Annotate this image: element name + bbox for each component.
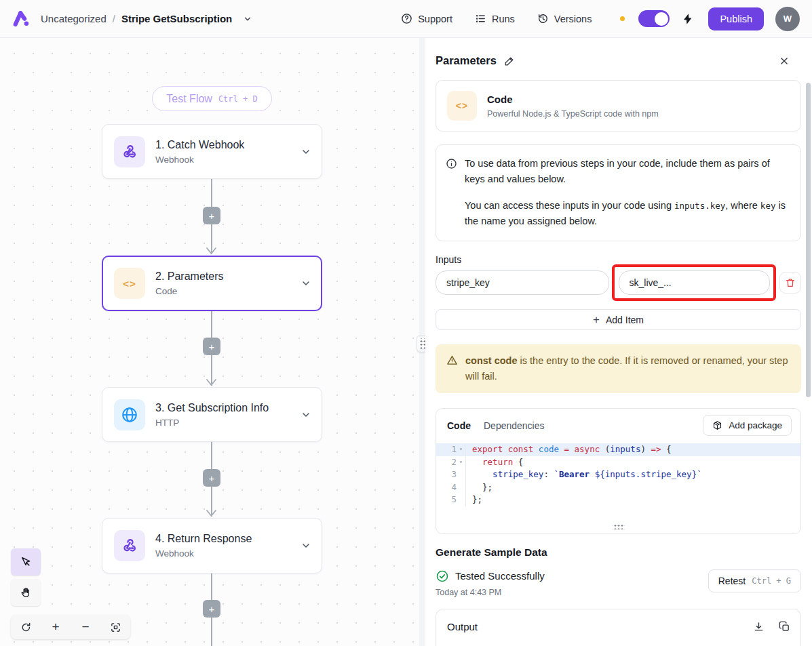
support-button[interactable]: Support (401, 13, 452, 24)
copy-icon (779, 621, 790, 632)
fit-view-button[interactable] (100, 615, 130, 639)
add-step-button[interactable]: + (203, 207, 220, 224)
chevron-down-icon[interactable] (301, 146, 311, 157)
check-circle-icon (436, 569, 449, 583)
inputs-help-card: To use data from previous steps in your … (436, 144, 801, 241)
flow-enabled-toggle[interactable] (638, 10, 670, 27)
pan-tool-button[interactable] (11, 579, 41, 606)
chevron-down-icon[interactable] (301, 278, 311, 289)
select-tool-button[interactable] (11, 548, 41, 576)
step-subtitle: HTTP (155, 418, 269, 428)
versions-button[interactable]: Versions (537, 13, 592, 24)
arrow-down-icon (206, 247, 217, 255)
add-item-button[interactable]: + Add Item (436, 309, 801, 330)
code-line[interactable]: 1▾export const code = async (inputs) => … (436, 443, 800, 456)
chevron-down-icon[interactable] (301, 540, 311, 551)
step-card-return-response[interactable]: 4. Return Response Webhook (102, 518, 322, 573)
chevron-down-icon[interactable] (301, 409, 311, 420)
close-panel-icon[interactable] (779, 56, 789, 66)
panel-resize-divider[interactable] (419, 38, 425, 646)
step-card-parameters[interactable]: <> 2. Parameters Code (102, 256, 322, 311)
hand-icon (20, 586, 32, 599)
code-editor-card: Code Dependencies Add package 1▾export c… (436, 408, 801, 534)
output-title: Output (447, 621, 478, 632)
code-icon: <> (114, 268, 145, 299)
help-paragraph-2: You can access these inputs in your code… (465, 198, 788, 229)
step-title: 4. Return Response (155, 533, 252, 545)
runs-list-icon (475, 13, 486, 24)
inputs-label: Inputs (436, 254, 801, 265)
test-status-time: Today at 4:43 PM (436, 588, 545, 597)
const-code-warning: const code is the entry to the code. If … (436, 344, 801, 393)
activepieces-logo-icon[interactable] (12, 9, 31, 28)
test-status-row: Tested Successfully Today at 4:43 PM Ret… (436, 569, 801, 597)
add-step-button[interactable]: + (203, 338, 220, 355)
code-icon: <> (447, 91, 477, 121)
fit-view-icon (110, 622, 121, 633)
publish-button[interactable]: Publish (708, 7, 764, 31)
top-header: Uncategorized / Stripe GetSubscription S… (0, 0, 812, 38)
breadcrumb-folder[interactable]: Uncategorized (41, 13, 107, 24)
cursor-icon (20, 556, 32, 568)
add-step-button[interactable]: + (203, 600, 220, 618)
versions-history-icon (537, 13, 549, 24)
add-item-label: Add Item (606, 315, 644, 325)
download-icon (753, 621, 765, 632)
code-line[interactable]: 5}; (436, 493, 800, 506)
piece-description: Powerful Node.js & TypeScript code with … (487, 109, 659, 119)
code-line[interactable]: 2▾ return { (436, 456, 800, 469)
generate-sample-data-title: Generate Sample Data (436, 546, 801, 559)
canvas-tools-vertical (11, 548, 41, 606)
input-key-field[interactable] (436, 270, 609, 295)
zoom-in-button[interactable]: + (41, 615, 71, 639)
step-title: 1. Catch Webhook (155, 139, 244, 151)
reset-view-button[interactable] (11, 615, 41, 639)
test-status-text: Tested Successfully (455, 570, 545, 582)
question-circle-icon (401, 13, 412, 24)
plus-icon: + (593, 314, 600, 325)
step-subtitle: Webhook (155, 548, 252, 559)
warning-text: const code is the entry to the code. If … (465, 353, 790, 384)
rename-step-pencil-icon[interactable] (504, 56, 515, 66)
copy-output-button[interactable] (779, 621, 790, 632)
input-value-field[interactable] (619, 270, 771, 295)
add-package-button[interactable]: Add package (703, 415, 792, 436)
main-area: Test Flow Ctrl + D + + + + (0, 38, 812, 646)
tab-dependencies[interactable]: Dependencies (484, 420, 545, 431)
flow-canvas[interactable]: Test Flow Ctrl + D + + + + (0, 38, 419, 646)
step-card-catch-webhook[interactable]: 1. Catch Webhook Webhook (102, 124, 322, 179)
piece-info-card: <> Code Powerful Node.js & TypeScript co… (436, 80, 801, 132)
webhook-icon (114, 530, 145, 561)
runs-button[interactable]: Runs (475, 13, 515, 24)
flow-menu-chevron-icon[interactable] (243, 14, 252, 24)
zoom-out-button[interactable]: − (71, 615, 100, 639)
refresh-icon (20, 622, 32, 633)
info-circle-icon (446, 158, 457, 229)
user-avatar[interactable]: W (775, 7, 800, 31)
code-line[interactable]: 3 stripe_key: `Bearer ${inputs.stripe_ke… (436, 468, 800, 481)
flow-builder-app: Uncategorized / Stripe GetSubscription S… (0, 0, 812, 646)
delete-input-button[interactable] (779, 272, 801, 294)
code-line[interactable]: 4 }; (436, 481, 800, 494)
draft-status-dot (620, 16, 625, 21)
parameters-panel: Parameters <> Code Powerful Node.js & Ty… (425, 38, 812, 646)
breadcrumb: Uncategorized / Stripe GetSubscription (41, 13, 252, 24)
test-flow-button[interactable]: Test Flow Ctrl + D (152, 86, 272, 111)
step-title: 3. Get Subscription Info (155, 402, 269, 414)
add-package-label: Add package (729, 420, 782, 430)
instant-run-bolt-icon[interactable] (682, 13, 694, 25)
test-flow-label: Test Flow (166, 93, 212, 105)
panel-scrollbar[interactable] (806, 83, 811, 397)
flow-name[interactable]: Stripe GetSubscription (121, 13, 232, 24)
step-card-get-subscription-info[interactable]: 3. Get Subscription Info HTTP (102, 387, 322, 442)
code-editor[interactable]: 1▾export const code = async (inputs) => … (436, 443, 800, 506)
editor-resize-handle[interactable] (613, 523, 624, 529)
add-step-button[interactable]: + (203, 469, 220, 487)
output-card: Output (436, 609, 801, 646)
download-output-button[interactable] (753, 621, 765, 632)
tab-code[interactable]: Code (447, 420, 471, 431)
warning-triangle-icon (446, 355, 458, 384)
retest-button[interactable]: Retest Ctrl + G (708, 569, 801, 592)
piece-name: Code (487, 94, 659, 105)
trash-icon (785, 277, 796, 288)
